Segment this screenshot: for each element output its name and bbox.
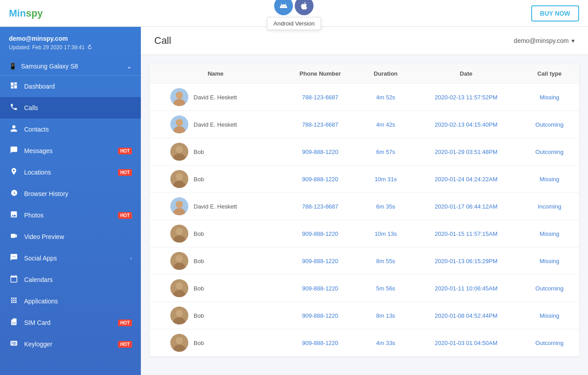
cell-date-7: 2020-01-11 10:06:45AM — [412, 275, 520, 302]
cell-duration-0: 4m 52s — [359, 84, 412, 111]
table-body: David E. Heskett788-123-66874m 52s2020-0… — [150, 84, 579, 357]
user-dropdown[interactable]: demo@minspy.com ▾ — [514, 37, 575, 44]
platform-buttons — [275, 0, 314, 15]
table-row: David E. Heskett788-123-66874m 52s2020-0… — [150, 84, 579, 111]
table-header-row: Name Phone Number Duration Date Call typ… — [150, 64, 579, 84]
cell-calltype-0: Missing — [520, 84, 579, 111]
cell-date-1: 2020-02-13 04:15:40PM — [412, 111, 520, 138]
svg-point-7 — [176, 146, 183, 153]
cell-duration-9: 4m 33s — [359, 329, 412, 357]
applications-icon — [9, 296, 19, 306]
contact-name-4: David E. Heskett — [194, 203, 237, 210]
sidebar-item-applications[interactable]: Applications — [0, 290, 141, 312]
avatar-6 — [170, 252, 188, 270]
sidebar-updated: Updated: Feb 29 2020 17:39:41 ↻ — [9, 44, 132, 51]
table-row: Bob909-888-12205m 56s2020-01-11 10:06:45… — [150, 275, 579, 302]
contact-name-8: Bob — [194, 312, 204, 319]
col-calltype: Call type — [520, 64, 579, 84]
dashboard-icon — [9, 81, 19, 91]
cell-name-6: Bob — [150, 247, 281, 275]
sidebar-item-calls[interactable]: Calls — [0, 97, 141, 119]
badge-hot-messages: HOT — [118, 148, 132, 154]
badge-hot-sim-card: HOT — [118, 320, 132, 326]
col-name: Name — [150, 64, 281, 84]
topbar-center: Android Version — [267, 0, 321, 30]
table-row: Bob909-888-12206m 57s2020-01-29 03:51:48… — [150, 138, 579, 166]
col-phone: Phone Number — [281, 64, 359, 84]
cell-date-9: 2020-01-03 01:04:50AM — [412, 329, 520, 357]
sidebar-item-label-browser-history: Browser History — [24, 190, 132, 197]
ios-button[interactable] — [295, 0, 314, 15]
badge-hot-photos: HOT — [118, 212, 132, 219]
cell-calltype-1: Outcoming — [520, 111, 579, 138]
cell-name-5: Bob — [150, 220, 281, 247]
cell-phone-3: 909-888-1220 — [281, 166, 359, 193]
cell-date-8: 2020-01-08 04:52:44PM — [412, 302, 520, 329]
sidebar-item-label-applications: Applications — [24, 298, 132, 305]
cell-name-1: David E. Heskett — [150, 111, 281, 138]
logo-min: Min — [9, 8, 26, 19]
table-row: Bob909-888-12204m 33s2020-01-03 01:04:50… — [150, 329, 579, 357]
sidebar-item-label-dashboard: Dashboard — [24, 83, 132, 90]
content-header: Call demo@minspy.com ▾ — [141, 27, 588, 55]
sidebar-item-dashboard[interactable]: Dashboard — [0, 76, 141, 97]
contact-name-2: Bob — [194, 149, 204, 155]
cell-phone-5: 909-888-1220 — [281, 220, 359, 247]
contact-name-7: Bob — [194, 285, 204, 292]
cell-name-3: Bob — [150, 166, 281, 193]
cell-date-0: 2020-02-13 11:57:52PM — [412, 84, 520, 111]
nav-arrow-social-apps: › — [130, 255, 132, 261]
cell-date-4: 2020-01-17 06:44:12AM — [412, 193, 520, 220]
cell-calltype-6: Missing — [520, 247, 579, 275]
sidebar-item-photos[interactable]: PhotosHOT — [0, 205, 141, 226]
cell-date-2: 2020-01-29 03:51:48PM — [412, 138, 520, 166]
sidebar-item-locations[interactable]: LocationsHOT — [0, 162, 141, 183]
cell-calltype-3: Missing — [520, 166, 579, 193]
sidebar-item-label-sim-card: SIM Card — [24, 319, 111, 326]
sidebar-item-calendars[interactable]: Calendars — [0, 269, 141, 290]
contact-name-1: David E. Heskett — [194, 121, 237, 128]
sidebar-email: demo@minspy.com — [9, 35, 132, 42]
sim-card-icon — [9, 318, 19, 328]
sidebar-item-label-contacts: Contacts — [24, 126, 132, 133]
sidebar-item-sim-card[interactable]: SIM CardHOT — [0, 312, 141, 333]
cell-calltype-9: Outcoming — [520, 329, 579, 357]
cell-name-4: David E. Heskett — [150, 193, 281, 220]
content-area: Call demo@minspy.com ▾ Name Phone Number… — [141, 27, 588, 375]
cell-phone-2: 909-888-1220 — [281, 138, 359, 166]
android-button[interactable] — [275, 0, 293, 15]
svg-point-4 — [176, 119, 183, 126]
sidebar-device[interactable]: 📱 Samsung Galaxy S8 ⌄ — [0, 57, 141, 76]
contact-name-3: Bob — [194, 176, 204, 183]
calls-table-container: Name Phone Number Duration Date Call typ… — [150, 64, 579, 356]
logo-spy: spy — [26, 8, 43, 19]
cell-phone-4: 788-123-6687 — [281, 193, 359, 220]
browser-history-icon — [9, 189, 19, 199]
dropdown-chevron-icon: ▾ — [571, 37, 575, 44]
cell-phone-8: 909-888-1220 — [281, 302, 359, 329]
cell-duration-8: 8m 13s — [359, 302, 412, 329]
sidebar-item-label-calendars: Calendars — [24, 276, 132, 283]
cell-calltype-5: Missing — [520, 220, 579, 247]
cell-duration-7: 5m 56s — [359, 275, 412, 302]
photos-icon — [9, 210, 19, 220]
badge-hot-keylogger: HOT — [118, 341, 132, 348]
cell-name-8: Bob — [150, 302, 281, 329]
social-apps-icon — [9, 253, 19, 263]
main-layout: demo@minspy.com Updated: Feb 29 2020 17:… — [0, 27, 588, 375]
avatar-4 — [170, 197, 188, 215]
sidebar-item-keylogger[interactable]: KeyloggerHOT — [0, 333, 141, 355]
device-chevron-icon: ⌄ — [127, 63, 132, 70]
buy-now-button[interactable]: BUY NOW — [531, 5, 579, 21]
sidebar-item-label-calls: Calls — [24, 104, 132, 111]
sidebar-item-contacts[interactable]: Contacts — [0, 119, 141, 140]
table-row: David E. Heskett788-123-66876m 35s2020-0… — [150, 193, 579, 220]
svg-point-28 — [176, 337, 183, 344]
cell-duration-1: 4m 42s — [359, 111, 412, 138]
sidebar-item-video-preview[interactable]: Video Preview — [0, 226, 141, 247]
avatar-8 — [170, 307, 188, 324]
cell-name-9: Bob — [150, 329, 281, 357]
sidebar-item-social-apps[interactable]: Social Apps› — [0, 247, 141, 269]
sidebar-item-browser-history[interactable]: Browser History — [0, 183, 141, 205]
sidebar-item-messages[interactable]: MessagesHOT — [0, 140, 141, 162]
